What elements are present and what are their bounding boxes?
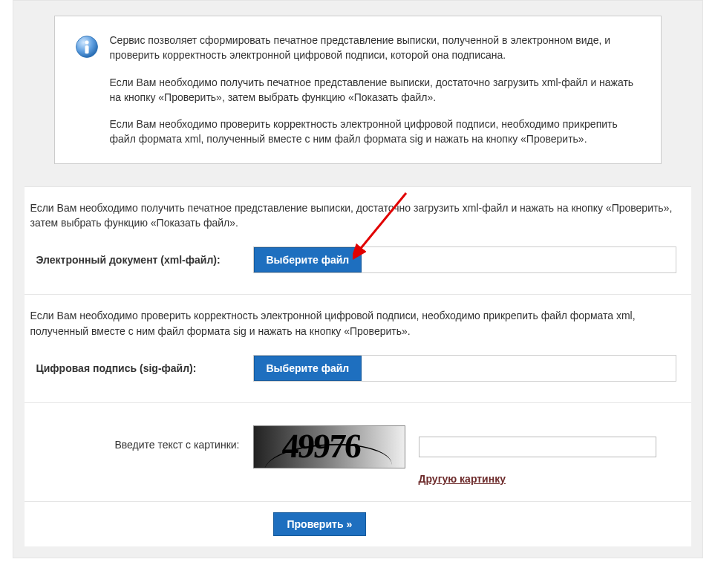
captcha-image: 49976 — [253, 425, 405, 468]
xml-file-control[interactable]: Выберите файл — [253, 246, 676, 273]
sig-section: Если Вам необходимо проверить корректнос… — [25, 294, 691, 402]
sig-label: Цифровая подпись (sig-файл): — [30, 362, 253, 374]
info-box: Сервис позволяет сформировать печатное п… — [54, 16, 662, 164]
info-icon — [74, 34, 99, 59]
xml-choose-file-button[interactable]: Выберите файл — [254, 247, 362, 272]
xml-label: Электронный документ (xml-файл): — [30, 254, 253, 266]
captcha-input[interactable] — [419, 437, 656, 457]
submit-button[interactable]: Проверить » — [273, 512, 367, 536]
captcha-label: Введите текст с картинки: — [30, 425, 253, 451]
info-paragraph-3: Если Вам необходимо проверить корректнос… — [110, 117, 641, 147]
svg-line-3 — [359, 193, 406, 251]
sig-choose-file-button[interactable]: Выберите файл — [254, 356, 362, 381]
annotation-arrow — [353, 190, 412, 261]
info-paragraph-1: Сервис позволяет сформировать печатное п… — [110, 33, 641, 63]
info-text: Сервис позволяет сформировать печатное п… — [110, 33, 641, 147]
svg-rect-2 — [85, 45, 88, 53]
sig-file-control[interactable]: Выберите файл — [253, 355, 676, 382]
captcha-refresh-link[interactable]: Другую картинку — [419, 473, 506, 485]
sig-file-name — [362, 356, 675, 381]
info-paragraph-2: Если Вам необходимо получить печатное пр… — [110, 75, 641, 105]
captcha-code: 49976 — [281, 426, 362, 466]
sig-description: Если Вам необходимо проверить корректнос… — [30, 308, 685, 339]
captcha-section: Введите текст с картинки: 49976 Другую к… — [25, 402, 691, 501]
submit-section: Проверить » — [25, 501, 691, 546]
svg-rect-1 — [85, 41, 88, 45]
